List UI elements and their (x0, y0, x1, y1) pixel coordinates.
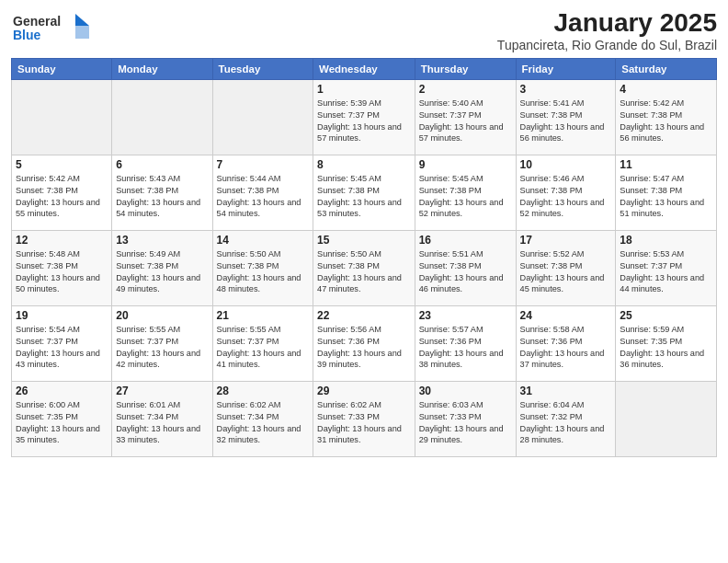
header-thursday: Thursday (415, 58, 516, 79)
table-row: 5Sunrise: 5:42 AM Sunset: 7:38 PM Daylig… (12, 155, 112, 230)
header-wednesday: Wednesday (313, 58, 415, 79)
table-row: 29Sunrise: 6:02 AM Sunset: 7:33 PM Dayli… (313, 381, 415, 456)
table-row (212, 79, 313, 155)
day-content: Sunrise: 5:41 AM Sunset: 7:38 PM Dayligh… (520, 98, 612, 145)
calendar-table: Sunday Monday Tuesday Wednesday Thursday… (11, 58, 717, 457)
table-row: 25Sunrise: 5:59 AM Sunset: 7:35 PM Dayli… (616, 305, 717, 381)
table-row: 13Sunrise: 5:49 AM Sunset: 7:38 PM Dayli… (112, 230, 212, 305)
day-content: Sunrise: 5:50 AM Sunset: 7:38 PM Dayligh… (317, 248, 411, 296)
logo: General Blue (11, 9, 94, 52)
page: General Blue January 2025 Tupancireta, R… (0, 0, 728, 563)
day-content: Sunrise: 5:56 AM Sunset: 7:36 PM Dayligh… (317, 324, 411, 372)
day-number: 1 (317, 83, 411, 96)
day-content: Sunrise: 6:00 AM Sunset: 7:35 PM Dayligh… (16, 399, 108, 447)
weekday-header-row: Sunday Monday Tuesday Wednesday Thursday… (12, 58, 717, 79)
table-row: 15Sunrise: 5:50 AM Sunset: 7:38 PM Dayli… (313, 230, 415, 305)
day-number: 28 (217, 385, 309, 397)
table-row: 9Sunrise: 5:45 AM Sunset: 7:38 PM Daylig… (415, 155, 516, 230)
day-content: Sunrise: 5:44 AM Sunset: 7:38 PM Dayligh… (217, 173, 309, 221)
day-content: Sunrise: 5:39 AM Sunset: 7:37 PM Dayligh… (317, 98, 411, 145)
day-number: 2 (419, 83, 512, 96)
day-number: 3 (520, 83, 612, 96)
day-content: Sunrise: 5:42 AM Sunset: 7:38 PM Dayligh… (620, 98, 712, 145)
day-number: 4 (620, 83, 712, 96)
day-content: Sunrise: 5:59 AM Sunset: 7:35 PM Dayligh… (620, 324, 712, 372)
table-row: 11Sunrise: 5:47 AM Sunset: 7:38 PM Dayli… (616, 155, 717, 230)
day-content: Sunrise: 5:42 AM Sunset: 7:38 PM Dayligh… (16, 173, 108, 221)
table-row: 4Sunrise: 5:42 AM Sunset: 7:38 PM Daylig… (616, 79, 717, 155)
day-number: 17 (520, 234, 612, 247)
day-content: Sunrise: 5:47 AM Sunset: 7:38 PM Dayligh… (620, 173, 712, 221)
table-row: 19Sunrise: 5:54 AM Sunset: 7:37 PM Dayli… (12, 305, 112, 381)
day-number: 20 (116, 309, 208, 322)
calendar-week-row: 12Sunrise: 5:48 AM Sunset: 7:38 PM Dayli… (12, 230, 717, 305)
day-content: Sunrise: 5:55 AM Sunset: 7:37 PM Dayligh… (217, 324, 309, 372)
header-monday: Monday (112, 58, 212, 79)
day-number: 15 (317, 234, 411, 247)
day-number: 6 (116, 158, 208, 171)
day-content: Sunrise: 5:49 AM Sunset: 7:38 PM Dayligh… (116, 248, 208, 296)
day-number: 26 (16, 385, 108, 397)
calendar-subtitle: Tupancireta, Rio Grande do Sul, Brazil (497, 38, 717, 52)
day-number: 18 (620, 234, 712, 247)
table-row: 22Sunrise: 5:56 AM Sunset: 7:36 PM Dayli… (313, 305, 415, 381)
table-row: 26Sunrise: 6:00 AM Sunset: 7:35 PM Dayli… (12, 381, 112, 456)
table-row: 17Sunrise: 5:52 AM Sunset: 7:38 PM Dayli… (516, 230, 616, 305)
table-row: 28Sunrise: 6:02 AM Sunset: 7:34 PM Dayli… (212, 381, 313, 456)
day-content: Sunrise: 5:55 AM Sunset: 7:37 PM Dayligh… (116, 324, 208, 372)
day-number: 13 (116, 234, 208, 247)
day-content: Sunrise: 5:54 AM Sunset: 7:37 PM Dayligh… (16, 324, 108, 372)
day-number: 21 (217, 309, 309, 322)
day-content: Sunrise: 6:01 AM Sunset: 7:34 PM Dayligh… (116, 399, 208, 447)
day-number: 10 (520, 158, 612, 171)
day-number: 24 (520, 309, 612, 322)
table-row: 23Sunrise: 5:57 AM Sunset: 7:36 PM Dayli… (415, 305, 516, 381)
header-saturday: Saturday (616, 58, 717, 79)
table-row (616, 381, 717, 456)
table-row (112, 79, 212, 155)
table-row: 6Sunrise: 5:43 AM Sunset: 7:38 PM Daylig… (112, 155, 212, 230)
calendar-week-row: 19Sunrise: 5:54 AM Sunset: 7:37 PM Dayli… (12, 305, 717, 381)
table-row: 8Sunrise: 5:45 AM Sunset: 7:38 PM Daylig… (313, 155, 415, 230)
header-sunday: Sunday (12, 58, 112, 79)
day-number: 23 (419, 309, 512, 322)
table-row: 24Sunrise: 5:58 AM Sunset: 7:36 PM Dayli… (516, 305, 616, 381)
day-number: 8 (317, 158, 411, 171)
day-content: Sunrise: 5:57 AM Sunset: 7:36 PM Dayligh… (419, 324, 512, 372)
calendar-week-row: 26Sunrise: 6:00 AM Sunset: 7:35 PM Dayli… (12, 381, 717, 456)
logo-icon (75, 14, 89, 26)
day-number: 30 (419, 385, 512, 397)
header: General Blue January 2025 Tupancireta, R… (11, 9, 717, 52)
day-content: Sunrise: 5:50 AM Sunset: 7:38 PM Dayligh… (217, 248, 309, 296)
logo-icon-bg (75, 26, 89, 39)
table-row: 3Sunrise: 5:41 AM Sunset: 7:38 PM Daylig… (516, 79, 616, 155)
day-content: Sunrise: 6:02 AM Sunset: 7:33 PM Dayligh… (317, 399, 411, 447)
day-number: 11 (620, 158, 712, 171)
day-number: 5 (16, 158, 108, 171)
day-number: 31 (520, 385, 612, 397)
table-row: 10Sunrise: 5:46 AM Sunset: 7:38 PM Dayli… (516, 155, 616, 230)
day-content: Sunrise: 5:45 AM Sunset: 7:38 PM Dayligh… (419, 173, 512, 221)
table-row: 30Sunrise: 6:03 AM Sunset: 7:33 PM Dayli… (415, 381, 516, 456)
day-content: Sunrise: 5:45 AM Sunset: 7:38 PM Dayligh… (317, 173, 411, 221)
table-row: 18Sunrise: 5:53 AM Sunset: 7:37 PM Dayli… (616, 230, 717, 305)
logo-area: General Blue (11, 9, 94, 52)
day-content: Sunrise: 6:02 AM Sunset: 7:34 PM Dayligh… (217, 399, 309, 447)
day-content: Sunrise: 5:40 AM Sunset: 7:37 PM Dayligh… (419, 98, 512, 145)
calendar-week-row: 5Sunrise: 5:42 AM Sunset: 7:38 PM Daylig… (12, 155, 717, 230)
day-number: 16 (419, 234, 512, 247)
day-number: 7 (217, 158, 309, 171)
svg-text:Blue: Blue (13, 28, 41, 42)
table-row: 16Sunrise: 5:51 AM Sunset: 7:38 PM Dayli… (415, 230, 516, 305)
logo-svg: General Blue (11, 9, 94, 48)
table-row: 2Sunrise: 5:40 AM Sunset: 7:37 PM Daylig… (415, 79, 516, 155)
table-row (12, 79, 112, 155)
table-row: 1Sunrise: 5:39 AM Sunset: 7:37 PM Daylig… (313, 79, 415, 155)
header-friday: Friday (516, 58, 616, 79)
table-row: 7Sunrise: 5:44 AM Sunset: 7:38 PM Daylig… (212, 155, 313, 230)
table-row: 21Sunrise: 5:55 AM Sunset: 7:37 PM Dayli… (212, 305, 313, 381)
day-number: 19 (16, 309, 108, 322)
title-area: January 2025 Tupancireta, Rio Grande do … (497, 9, 717, 52)
table-row: 31Sunrise: 6:04 AM Sunset: 7:32 PM Dayli… (516, 381, 616, 456)
table-row: 27Sunrise: 6:01 AM Sunset: 7:34 PM Dayli… (112, 381, 212, 456)
